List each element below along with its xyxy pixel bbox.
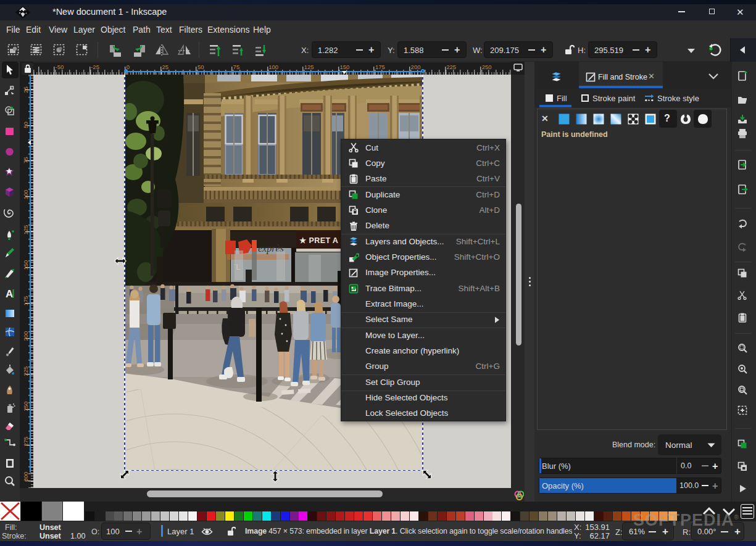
svg-text:ˈL: ˈL bbox=[233, 262, 241, 271]
svg-text:A: A bbox=[6, 288, 13, 300]
